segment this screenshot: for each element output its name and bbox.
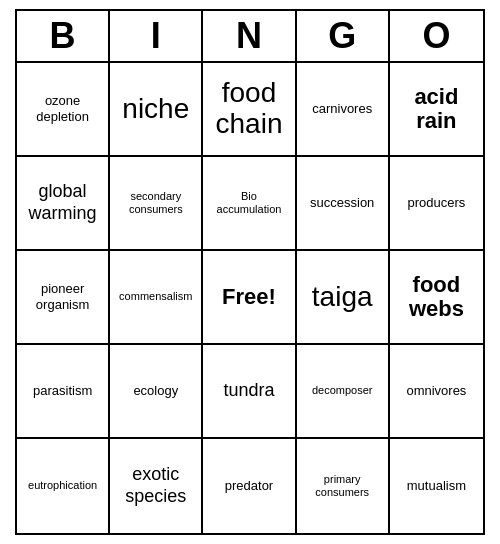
bingo-cell: decomposer: [297, 345, 390, 439]
cell-text: Free!: [222, 285, 276, 309]
bingo-grid: ozone depletionnichefood chaincarnivores…: [17, 63, 483, 533]
bingo-cell: Free!: [203, 251, 296, 345]
bingo-cell: mutualism: [390, 439, 483, 533]
cell-text: Bio accumulation: [207, 190, 290, 216]
bingo-cell: secondary consumers: [110, 157, 203, 251]
cell-text: commensalism: [119, 290, 192, 303]
cell-text: decomposer: [312, 384, 373, 397]
cell-text: tundra: [223, 380, 274, 402]
header-letter: N: [203, 11, 296, 61]
cell-text: acid rain: [394, 85, 479, 133]
bingo-cell: taiga: [297, 251, 390, 345]
bingo-cell: food chain: [203, 63, 296, 157]
bingo-cell: acid rain: [390, 63, 483, 157]
bingo-cell: ecology: [110, 345, 203, 439]
bingo-cell: producers: [390, 157, 483, 251]
bingo-cell: parasitism: [17, 345, 110, 439]
bingo-cell: global warming: [17, 157, 110, 251]
bingo-cell: commensalism: [110, 251, 203, 345]
cell-text: pioneer organism: [21, 281, 104, 312]
bingo-card: BINGO ozone depletionnichefood chaincarn…: [15, 9, 485, 535]
bingo-cell: primary consumers: [297, 439, 390, 533]
header-letter: B: [17, 11, 110, 61]
bingo-cell: carnivores: [297, 63, 390, 157]
bingo-cell: pioneer organism: [17, 251, 110, 345]
cell-text: primary consumers: [301, 473, 384, 499]
bingo-cell: exotic species: [110, 439, 203, 533]
cell-text: parasitism: [33, 383, 92, 399]
cell-text: global warming: [21, 181, 104, 224]
bingo-cell: eutrophication: [17, 439, 110, 533]
cell-text: niche: [122, 94, 189, 125]
header-letter: I: [110, 11, 203, 61]
bingo-cell: tundra: [203, 345, 296, 439]
cell-text: mutualism: [407, 478, 466, 494]
cell-text: secondary consumers: [114, 190, 197, 216]
bingo-cell: ozone depletion: [17, 63, 110, 157]
cell-text: food webs: [394, 273, 479, 321]
cell-text: ozone depletion: [21, 93, 104, 124]
cell-text: eutrophication: [28, 479, 97, 492]
cell-text: food chain: [207, 78, 290, 140]
bingo-cell: Bio accumulation: [203, 157, 296, 251]
cell-text: omnivores: [406, 383, 466, 399]
cell-text: ecology: [133, 383, 178, 399]
cell-text: producers: [407, 195, 465, 211]
cell-text: carnivores: [312, 101, 372, 117]
bingo-cell: succession: [297, 157, 390, 251]
header-letter: O: [390, 11, 483, 61]
bingo-cell: omnivores: [390, 345, 483, 439]
bingo-cell: niche: [110, 63, 203, 157]
cell-text: predator: [225, 478, 273, 494]
bingo-cell: food webs: [390, 251, 483, 345]
cell-text: succession: [310, 195, 374, 211]
bingo-header: BINGO: [17, 11, 483, 63]
cell-text: taiga: [312, 282, 373, 313]
header-letter: G: [297, 11, 390, 61]
bingo-cell: predator: [203, 439, 296, 533]
cell-text: exotic species: [114, 464, 197, 507]
